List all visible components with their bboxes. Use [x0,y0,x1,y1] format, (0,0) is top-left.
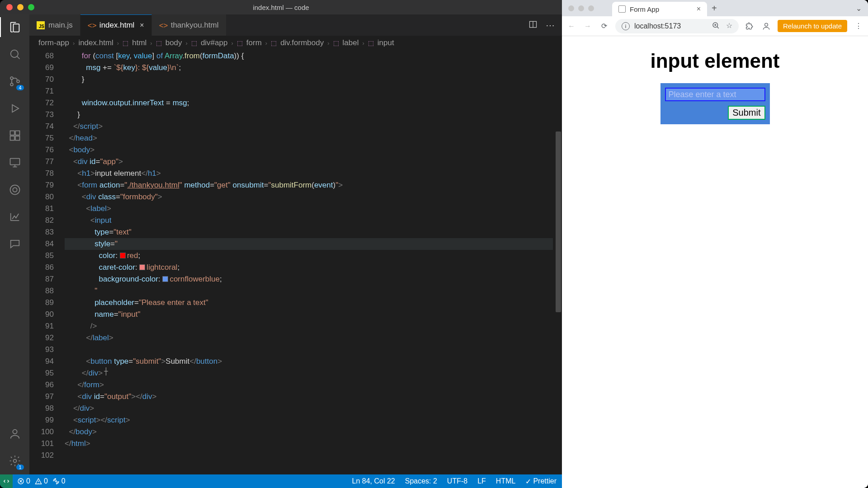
breadcrumb-item[interactable]: div.formbody [280,38,324,47]
maximize-window-button[interactable] [28,4,34,10]
svg-point-1 [10,77,13,80]
activity-bar: 4 1 [0,14,29,474]
code-editor[interactable]: 6869707172737475767778798081828384858687… [29,50,562,474]
tab-label: index.html [99,21,134,30]
submit-button[interactable]: Submit [728,106,765,120]
comments-icon[interactable] [8,237,22,251]
svg-rect-7 [15,131,19,135]
settings-gear-icon[interactable]: 1 [8,454,22,468]
svg-point-17 [765,23,768,26]
text-input[interactable] [665,88,765,101]
back-button[interactable]: ← [566,21,576,31]
breadcrumb-item[interactable]: div#app [201,38,228,47]
line-numbers: 6869707172737475767778798081828384858687… [29,50,65,474]
breadcrumb-item[interactable]: form [246,38,262,47]
run-debug-icon[interactable] [8,101,22,116]
page-content: input element Submit [562,36,868,488]
close-tab-icon[interactable]: × [140,21,144,29]
window-title: index.html — code [253,4,309,11]
scm-badge: 4 [16,85,24,90]
browser-minimize-button[interactable] [578,5,584,11]
settings-badge: 1 [16,465,24,470]
form-container: Submit [660,83,770,124]
language-mode[interactable]: HTML [496,477,516,485]
breadcrumb-item[interactable]: index.html [78,38,113,47]
indentation[interactable]: Spaces: 2 [405,477,437,485]
breadcrumb[interactable]: form-app›index.html›⬚html›⬚body›⬚div#app… [29,36,562,50]
js-file-icon: JS [37,21,45,29]
text-cursor [103,367,109,375]
browser-tab-title: Form App [630,5,659,13]
ports-count[interactable]: 0 [52,477,66,485]
eol[interactable]: LF [477,477,486,485]
tab-list-chevron-icon[interactable]: ⌄ [856,4,862,13]
testing-icon[interactable] [8,183,22,197]
svg-point-12 [13,460,16,463]
zoom-icon[interactable] [712,21,720,31]
svg-point-15 [55,481,57,482]
browser-toolbar: ← → ⟳ i localhost:5173 ☆ Relaunch to upd… [562,16,868,36]
svg-point-11 [13,430,17,434]
svg-rect-4 [10,131,14,135]
explorer-icon[interactable] [8,20,22,34]
vscode-window: index.html — code 4 1 JSmain.js<>index.h… [0,0,562,488]
favicon-icon [618,5,626,13]
scrollbar[interactable] [553,50,562,474]
editor-tab-thankyou-html[interactable]: <>thankyou.html [152,14,226,36]
page-heading: input element [650,50,779,72]
site-info-icon[interactable]: i [622,22,630,30]
browser-tab[interactable]: Form App × [612,2,707,16]
svg-point-0 [10,50,18,57]
extensions-icon[interactable] [8,128,22,143]
split-editor-icon[interactable] [528,20,538,31]
close-tab-icon[interactable]: × [697,5,701,13]
browser-maximize-button[interactable] [588,5,594,11]
warnings-count[interactable]: 0 [35,477,48,485]
new-tab-button[interactable]: + [712,3,717,14]
formatter[interactable]: ✓ Prettier [525,477,557,486]
svg-rect-8 [10,159,19,165]
tab-label: thankyou.html [171,21,219,30]
svg-point-2 [10,83,13,86]
profile-avatar-icon[interactable] [761,21,771,31]
breadcrumb-item[interactable]: form-app [38,38,69,47]
encoding[interactable]: UTF-8 [447,477,467,485]
bookmark-star-icon[interactable]: ☆ [726,21,732,31]
cursor-position[interactable]: Ln 84, Col 22 [352,477,395,485]
address-bar[interactable]: i localhost:5173 ☆ [615,19,739,33]
relaunch-button[interactable]: Relaunch to update [778,20,847,32]
browser-window: Form App × + ⌄ ← → ⟳ i localhost:5173 ☆ … [562,0,868,488]
browser-menu-icon[interactable]: ⋮ [854,21,863,31]
account-icon[interactable] [8,427,22,441]
search-icon[interactable] [8,47,22,61]
url-text: localhost:5173 [634,22,681,30]
svg-rect-6 [15,136,19,140]
breadcrumb-item[interactable]: label [343,38,359,47]
extensions-puzzle-icon[interactable] [745,21,755,31]
html-file-icon: <> [159,21,167,29]
breadcrumb-item[interactable]: html [132,38,146,47]
graph-icon[interactable] [8,210,22,224]
browser-titlebar: Form App × + ⌄ [562,0,868,16]
status-bar: 0 0 0 Ln 84, Col 22 Spaces: 2 UTF-8 LF H… [0,474,562,488]
breadcrumb-item[interactable]: body [165,38,182,47]
source-control-icon[interactable]: 4 [8,74,22,89]
editor-tab-index-html[interactable]: <>index.html× [80,14,152,36]
svg-point-9 [10,185,19,195]
breadcrumb-item[interactable]: input [377,38,394,47]
editor-tab-main-js[interactable]: JSmain.js [29,14,80,36]
svg-point-10 [13,188,17,192]
remote-explorer-icon[interactable] [8,155,22,170]
remote-indicator[interactable] [0,474,13,488]
editor-tabs: JSmain.js<>index.html×<>thankyou.html ⋯ [29,14,562,36]
reload-button[interactable]: ⟳ [599,21,609,31]
more-actions-icon[interactable]: ⋯ [546,20,555,31]
errors-count[interactable]: 0 [17,477,30,485]
minimize-window-button[interactable] [17,4,24,10]
tab-label: main.js [48,21,73,30]
close-window-button[interactable] [6,4,13,10]
browser-close-button[interactable] [568,5,574,11]
svg-point-3 [17,80,19,83]
forward-button[interactable]: → [583,21,593,31]
titlebar: index.html — code [0,0,562,14]
